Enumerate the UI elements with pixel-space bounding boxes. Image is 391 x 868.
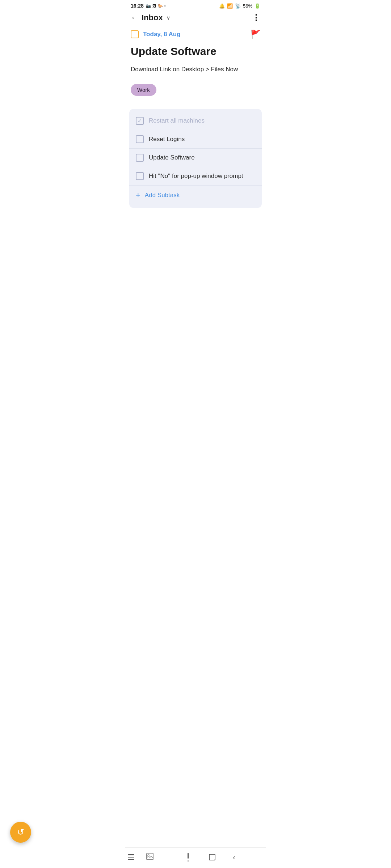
subtask-label-3: Update Software — [149, 154, 195, 161]
add-subtask-label: Add Subtask — [145, 192, 180, 199]
battery-icon: 🔋 — [255, 3, 260, 9]
subtask-checkbox-1[interactable] — [136, 117, 144, 125]
subtask-item: Update Software — [129, 149, 262, 167]
signal-icon: 📡 — [235, 3, 241, 9]
horse-icon: 🐎 — [158, 4, 163, 8]
task-description: Download Link on Desktop > Files Now — [125, 64, 266, 82]
task-date: Today, 8 Aug — [143, 31, 181, 38]
alarm-icon: 🔔 — [219, 3, 225, 9]
subtask-label-2: Reset Logins — [149, 136, 185, 143]
more-options-button[interactable]: ⋮ — [252, 13, 260, 22]
inbox-chevron-icon[interactable]: ∨ — [167, 15, 170, 21]
battery-indicator: 56% — [243, 3, 252, 9]
subtask-checkbox-3[interactable] — [136, 154, 144, 162]
nav-bar: ← Inbox ∨ ⋮ — [125, 10, 266, 27]
status-right-icons: 🔔 📶 📡 56% 🔋 — [219, 3, 260, 9]
wifi-icon: 📶 — [227, 3, 233, 9]
subtask-checkbox-4[interactable] — [136, 172, 144, 180]
status-time: 16:28 — [131, 3, 144, 9]
tags-row: Work — [125, 82, 266, 109]
task-completion-checkbox[interactable] — [131, 30, 139, 38]
add-subtask-row[interactable]: + Add Subtask — [129, 186, 262, 205]
subtask-item: Restart all machines — [129, 112, 262, 130]
work-tag[interactable]: Work — [131, 84, 156, 96]
dot-indicator: • — [164, 4, 166, 8]
subtask-label-1: Restart all machines — [149, 117, 205, 124]
subtask-item: Reset Logins — [129, 130, 262, 149]
camera-icon: 📷 — [146, 4, 151, 8]
flag-icon[interactable]: 🚩 — [251, 30, 260, 39]
subtask-item: Hit "No" for pop-up window prompt — [129, 167, 262, 186]
status-bar: 16:28 📷 🖼 🐎 • 🔔 📶 📡 56% 🔋 — [125, 0, 266, 10]
status-notification-icons: 📷 🖼 🐎 • — [146, 4, 166, 8]
subtasks-panel: Restart all machines Reset Logins Update… — [129, 109, 262, 208]
back-button[interactable]: ← — [131, 14, 139, 22]
subtask-label-4: Hit "No" for pop-up window prompt — [149, 173, 243, 180]
add-plus-icon: + — [136, 191, 140, 200]
date-row: Today, 8 Aug 🚩 — [125, 27, 266, 43]
subtask-checkbox-2[interactable] — [136, 135, 144, 143]
nav-title: Inbox — [142, 13, 163, 22]
task-title: Update Software — [125, 43, 266, 64]
image-icon: 🖼 — [152, 4, 156, 8]
